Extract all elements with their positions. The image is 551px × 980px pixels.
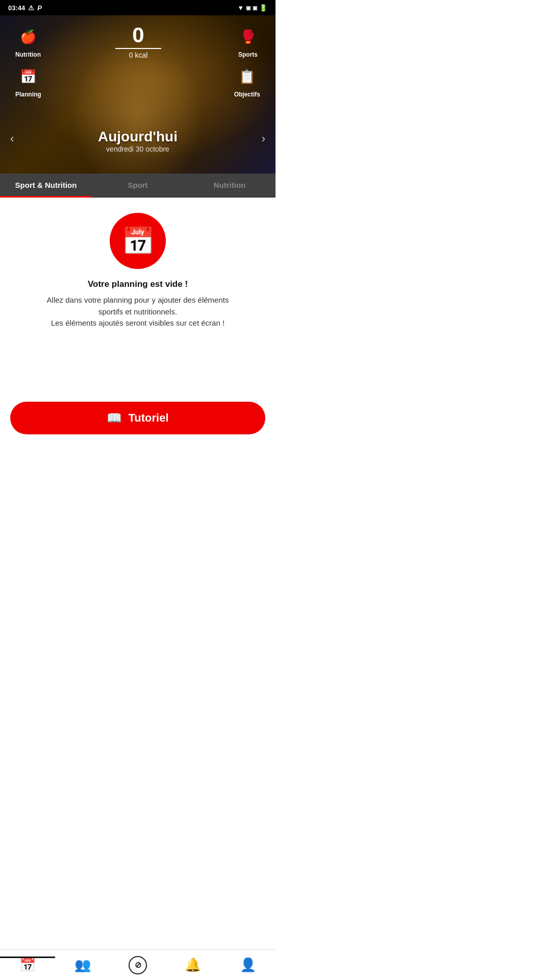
tutoriel-button[interactable]: 📖 Tutoriel <box>10 402 265 434</box>
status-bar: 03:44 ⚠ P ▼ ▣ ▣ 🔋 <box>0 0 276 15</box>
sports-nav-item[interactable]: 🥊 Sports <box>236 24 260 58</box>
hero-section: 🍎 Nutrition 0 0 kcal 🥊 Sports 📅 Planning… <box>0 15 276 174</box>
objectifs-label: Objectifs <box>234 91 260 98</box>
tab-sport-nutrition[interactable]: Sport & Nutrition <box>0 174 92 197</box>
time-display: 03:44 <box>8 4 25 12</box>
hero-date: Aujourd'hui vendredi 30 octobre <box>0 129 276 153</box>
calories-display: 0 0 kcal <box>115 24 161 59</box>
status-right: ▼ ▣ ▣ 🔋 <box>237 4 267 12</box>
tab-sport[interactable]: Sport <box>92 174 184 197</box>
objectifs-nav-item[interactable]: 📋 Objectifs <box>234 64 260 98</box>
main-content: 📅 Votre planning est vide ! Allez dans v… <box>0 198 276 391</box>
warning-icon: ⚠ <box>28 4 34 12</box>
objectifs-icon: 📋 <box>235 64 259 89</box>
planning-nav-item[interactable]: 📅 Planning <box>15 64 41 98</box>
tabs-bar: Sport & Nutrition Sport Nutrition <box>0 174 276 198</box>
nutrition-icon: 🍎 <box>16 24 40 49</box>
parking-icon: P <box>37 4 42 12</box>
planning-label: Planning <box>15 91 41 98</box>
calendar-big-icon: 📅 <box>121 226 155 257</box>
tab-nutrition[interactable]: Nutrition <box>184 174 276 197</box>
status-left: 03:44 ⚠ P <box>8 4 42 12</box>
tutoriel-label: Tutoriel <box>128 411 168 425</box>
nutrition-label: Nutrition <box>15 51 41 58</box>
signal-icon2: ▣ <box>253 5 257 11</box>
battery-icon: 🔋 <box>259 4 267 12</box>
today-label: Aujourd'hui <box>0 129 276 145</box>
nutrition-nav-item[interactable]: 🍎 Nutrition <box>15 24 41 58</box>
empty-state-icon: 📅 <box>110 213 166 269</box>
calories-divider <box>115 48 161 49</box>
date-subtitle: vendredi 30 octobre <box>0 145 276 153</box>
prev-arrow[interactable]: ‹ <box>10 132 14 145</box>
hero-mid-row: 📅 Planning 📋 Objectifs <box>0 59 276 98</box>
sports-icon: 🥊 <box>236 24 260 49</box>
next-arrow[interactable]: › <box>262 132 265 145</box>
signal-icon1: ▣ <box>246 5 251 11</box>
empty-description: Allez dans votre planning pour y ajouter… <box>36 295 240 329</box>
calories-number: 0 <box>132 24 144 46</box>
empty-title: Votre planning est vide ! <box>88 279 188 289</box>
wifi-icon: ▼ <box>237 4 244 12</box>
sports-label: Sports <box>238 51 258 58</box>
book-icon: 📖 <box>107 411 122 425</box>
planning-icon: 📅 <box>16 64 40 89</box>
calories-label: 0 kcal <box>129 51 148 59</box>
hero-top-row: 🍎 Nutrition 0 0 kcal 🥊 Sports <box>0 15 276 59</box>
